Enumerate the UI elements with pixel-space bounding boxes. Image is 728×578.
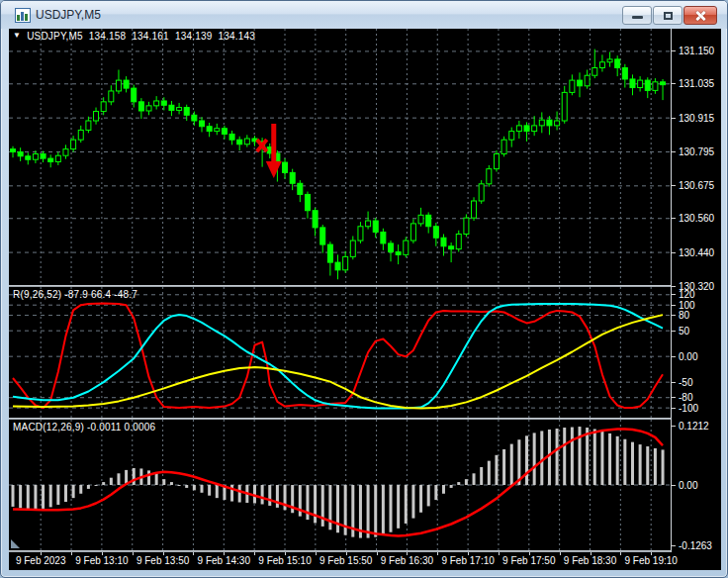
time-tick xyxy=(133,552,134,555)
price-tick-label: -100 xyxy=(679,403,698,414)
dropdown-arrow-icon[interactable]: ▼ xyxy=(13,31,21,40)
minimize-icon xyxy=(632,16,643,19)
macd-canvas xyxy=(9,420,671,550)
title-bar[interactable]: USDJPY,M5 xyxy=(1,1,727,29)
price-tick: 130.795 xyxy=(672,145,714,157)
time-tick xyxy=(560,552,561,555)
time-tick-label: 9 Feb 19:10 xyxy=(625,555,678,566)
wpr-indicator-pane[interactable]: R(9,26,52) -87.9 66.4 -48.7 xyxy=(9,287,671,418)
price-tick: 0.00 xyxy=(672,479,697,491)
price-tick-label: -50 xyxy=(679,377,692,388)
time-tick-label: 9 Feb 15:50 xyxy=(319,555,372,566)
candlestick-canvas xyxy=(9,29,671,285)
price-tick: 130.675 xyxy=(672,180,714,192)
time-tick-label: 9 Feb 15:10 xyxy=(258,555,311,566)
price-tick: 130.440 xyxy=(672,246,714,258)
price-tick: 0.1212 xyxy=(672,421,709,433)
restore-icon xyxy=(664,12,673,20)
time-tick xyxy=(71,552,72,555)
price-pane[interactable]: ▼ USDJPY,M5 134.158 134.161 134.139 134.… xyxy=(9,29,671,285)
time-tick xyxy=(316,552,317,555)
price-tick-label: 131.150 xyxy=(679,46,714,56)
time-tick xyxy=(620,552,621,555)
price-tick: 130.915 xyxy=(672,112,714,124)
time-tick xyxy=(377,552,378,555)
time-tick xyxy=(193,552,194,555)
time-tick-label: 9 Feb 2023 xyxy=(16,555,66,566)
chart-window: USDJPY,M5 ▼ USDJPY,M5 134.158 134.161 13… xyxy=(0,0,728,578)
chart-icon xyxy=(15,8,31,23)
close-value: 134.143 xyxy=(218,31,255,42)
wpr-canvas xyxy=(9,287,671,418)
time-tick-label: 9 Feb 17:50 xyxy=(502,555,555,566)
price-tick-label: 0.00 xyxy=(679,351,697,362)
price-tick-label: 50 xyxy=(679,326,689,337)
window-title: USDJPY,M5 xyxy=(36,8,622,22)
price-tick-label: 130.675 xyxy=(679,180,714,191)
candles-layer xyxy=(11,49,666,280)
time-tick xyxy=(437,552,438,555)
minimize-button[interactable] xyxy=(622,6,652,25)
price-tick-label: 0.00 xyxy=(679,480,697,491)
ohlc-readout: ▼ USDJPY,M5 134.158 134.161 134.139 134.… xyxy=(13,31,255,42)
grid-vertical xyxy=(41,29,651,285)
time-tick xyxy=(499,552,500,555)
time-tick-label: 9 Feb 13:10 xyxy=(75,555,128,566)
symbol-period-label: USDJPY,M5 xyxy=(27,31,83,42)
macd-indicator-label: MACD(12,26,9) -0.0011 0.0006 xyxy=(13,422,155,433)
price-tick: 131.150 xyxy=(672,46,714,57)
scroll-marker-icon xyxy=(11,539,20,548)
price-tick: 0.00 xyxy=(672,350,697,362)
time-tick-label: 9 Feb 17:10 xyxy=(441,555,494,566)
wpr-indicator-label: R(9,26,52) -87.9 66.4 -48.7 xyxy=(13,289,137,300)
time-tick-label: 9 Feb 16:30 xyxy=(381,555,433,566)
time-tick-label: 9 Feb 13:50 xyxy=(136,555,189,566)
time-tick-label: 9 Feb 14:30 xyxy=(198,555,250,566)
price-axis[interactable]: 131.150131.035130.915130.795130.675130.5… xyxy=(672,29,721,570)
time-tick xyxy=(254,552,255,555)
high-value: 134.161 xyxy=(132,31,169,42)
price-tick: 130.560 xyxy=(672,213,714,225)
price-tick: 50 xyxy=(672,325,689,337)
chart-client-area: ▼ USDJPY,M5 134.158 134.161 134.139 134.… xyxy=(9,29,721,570)
price-tick: -0.1263 xyxy=(672,540,712,552)
price-tick-label: 80 xyxy=(679,310,689,321)
price-tick-label: 0.1212 xyxy=(679,421,709,432)
close-button[interactable] xyxy=(683,6,717,25)
time-tick-label: 9 Feb 18:30 xyxy=(564,555,616,566)
price-tick-label: 130.795 xyxy=(679,146,714,157)
low-value: 134.139 xyxy=(175,31,213,42)
price-tick-label: 130.915 xyxy=(679,113,714,124)
price-tick: 131.035 xyxy=(672,78,714,90)
price-tick-label: 130.560 xyxy=(679,213,714,224)
price-tick: 80 xyxy=(672,310,689,322)
time-axis[interactable]: 9 Feb 20239 Feb 13:109 Feb 13:509 Feb 14… xyxy=(9,552,721,570)
price-tick-label: -0.1263 xyxy=(679,540,712,551)
price-tick: -50 xyxy=(672,376,692,388)
restore-button[interactable] xyxy=(653,6,682,25)
open-value: 134.158 xyxy=(89,31,127,42)
price-tick: -100 xyxy=(672,402,698,414)
price-tick-label: 131.035 xyxy=(679,78,714,89)
price-tick-label: 130.440 xyxy=(679,247,714,258)
macd-indicator-pane[interactable]: MACD(12,26,9) -0.0011 0.0006 xyxy=(9,420,671,550)
